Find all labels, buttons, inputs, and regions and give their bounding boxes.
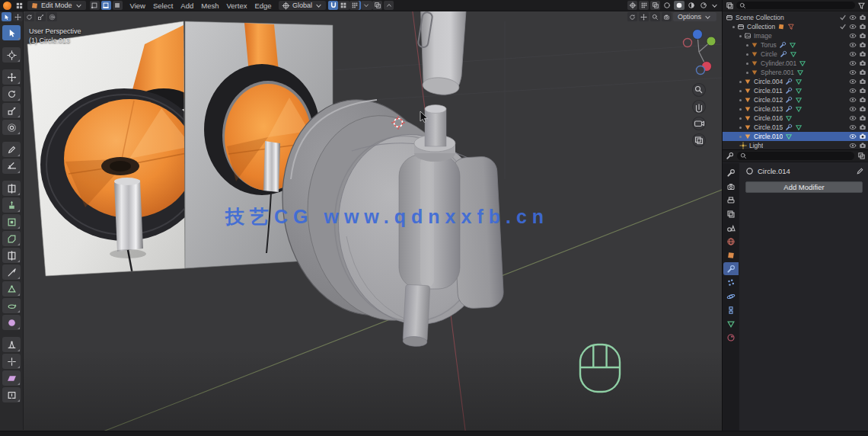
outliner-row[interactable]: Circle.011 (723, 86, 868, 95)
camera-view-icon[interactable] (662, 12, 672, 21)
eye-toggle-icon[interactable] (849, 133, 857, 140)
annotate-tool[interactable] (2, 142, 21, 157)
measure-tool[interactable] (2, 159, 21, 174)
grid-icon[interactable] (338, 1, 348, 10)
extrude-region-tool[interactable] (2, 197, 21, 213)
eye-toggle-icon[interactable] (849, 69, 857, 76)
outliner-row[interactable]: Cylinder.001 (723, 59, 868, 68)
smooth-tool[interactable] (2, 315, 21, 330)
bevel-tool[interactable] (2, 231, 21, 246)
loop-cut-tool[interactable] (2, 248, 21, 263)
camera-view-button[interactable] (693, 117, 706, 130)
eye-toggle-icon[interactable] (849, 87, 857, 95)
eye-toggle-icon[interactable] (849, 96, 857, 104)
camera-toggle-icon[interactable] (859, 133, 866, 140)
material-shading-icon[interactable] (686, 1, 697, 10)
gizmo-z-axis-neg[interactable] (697, 66, 705, 75)
camera-toggle-icon[interactable] (859, 87, 866, 95)
rotate-gizmo-icon[interactable] (24, 12, 34, 21)
disclosure-dot[interactable] (746, 72, 748, 74)
caret-down-icon[interactable] (710, 2, 719, 10)
camera-toggle-icon[interactable] (859, 32, 866, 40)
eye-toggle-icon[interactable] (849, 142, 857, 149)
eye-toggle-icon[interactable] (849, 78, 857, 85)
edge-select-icon[interactable] (101, 1, 111, 10)
eye-toggle-icon[interactable] (849, 23, 857, 30)
outliner-row[interactable]: Torus (723, 40, 868, 50)
magnet-snap-icon[interactable] (328, 1, 338, 10)
disclosure-dot[interactable] (739, 127, 742, 129)
collapse-icon[interactable] (384, 1, 394, 10)
menu-edge[interactable]: Edge (251, 2, 275, 10)
outliner-row[interactable]: Circle (723, 50, 868, 59)
pan-button[interactable] (693, 101, 706, 114)
tab-constraints[interactable] (723, 303, 739, 316)
editor-type-icon[interactable] (15, 2, 24, 10)
shrink-fatten-tool[interactable] (2, 354, 21, 369)
rendered-shading-icon[interactable] (698, 1, 709, 10)
outliner-row[interactable]: Circle.015 (723, 123, 868, 132)
options-dropdown[interactable]: Options (673, 12, 716, 21)
eye-toggle-icon[interactable] (849, 114, 857, 122)
camera-toggle-icon[interactable] (859, 59, 866, 67)
camera-toggle-icon[interactable] (859, 69, 866, 76)
inset-faces-tool[interactable] (2, 214, 21, 229)
cursor-3d-tool[interactable] (2, 47, 21, 63)
select-box-tool[interactable] (2, 25, 21, 40)
move-gizmo-icon[interactable] (13, 12, 23, 21)
add-modifier-button[interactable]: Add Modifier (745, 181, 863, 193)
disclosure-dot[interactable] (746, 53, 748, 56)
camera-toggle-icon[interactable] (859, 14, 866, 21)
caret-down-icon[interactable] (361, 1, 371, 10)
disclosure-dot[interactable] (739, 117, 742, 120)
disclosure-dot[interactable] (739, 136, 742, 138)
scale-tool[interactable] (2, 103, 21, 118)
menu-add[interactable]: Add (177, 2, 197, 10)
edge-slide-tool[interactable] (2, 337, 21, 352)
overlays-icon[interactable] (639, 1, 649, 10)
disclosure-dot[interactable] (739, 35, 742, 37)
camera-toggle-icon[interactable] (859, 78, 866, 85)
xray-icon[interactable] (650, 1, 660, 10)
render-region-icon[interactable] (372, 1, 382, 10)
mode-dropdown[interactable]: Edit Mode (27, 1, 86, 10)
tweak-tool-icon[interactable] (2, 12, 11, 21)
outliner-search-input[interactable] (736, 2, 855, 9)
transform-gizmo-icon[interactable] (47, 12, 57, 21)
blender-logo-icon[interactable] (3, 2, 11, 10)
tab-material[interactable] (723, 331, 739, 344)
camera-toggle-icon[interactable] (859, 96, 866, 104)
menu-view[interactable]: View (126, 2, 149, 10)
wireframe-shading-icon[interactable] (662, 1, 672, 10)
solid-shading-icon[interactable] (674, 1, 685, 10)
move-tool[interactable] (2, 69, 21, 85)
tab-output[interactable] (723, 194, 739, 207)
check-toggle-icon[interactable] (839, 14, 847, 21)
menu-select[interactable]: Select (149, 2, 177, 10)
gizmo-y-axis[interactable] (707, 37, 716, 46)
tab-view-layer[interactable] (723, 207, 739, 220)
rotate-tool[interactable] (2, 86, 21, 101)
eye-toggle-icon[interactable] (849, 14, 857, 21)
outliner-row[interactable]: Circle.013 (723, 104, 868, 114)
add-cube-tool[interactable] (2, 181, 21, 196)
vertex-select-icon[interactable] (90, 1, 100, 10)
properties-search-input[interactable] (737, 152, 854, 160)
transform-tool[interactable] (2, 120, 21, 135)
tab-modifiers[interactable] (723, 262, 739, 275)
knife-tool[interactable] (2, 264, 21, 280)
face-select-icon[interactable] (113, 1, 123, 10)
disclosure-dot[interactable] (732, 26, 735, 28)
spin-tool[interactable] (2, 298, 21, 313)
outliner-row[interactable]: Image (723, 31, 868, 40)
eye-toggle-icon[interactable] (849, 123, 857, 131)
camera-toggle-icon[interactable] (859, 41, 866, 49)
disclosure-dot[interactable] (739, 108, 742, 111)
rip-region-tool[interactable] (2, 387, 21, 402)
tab-tool[interactable] (723, 166, 739, 179)
pin-icon[interactable] (857, 152, 866, 160)
camera-toggle-icon[interactable] (859, 123, 866, 131)
perspective-toggle-button[interactable] (693, 134, 706, 147)
camera-toggle-icon[interactable] (859, 142, 866, 149)
tab-physics[interactable] (723, 290, 739, 303)
